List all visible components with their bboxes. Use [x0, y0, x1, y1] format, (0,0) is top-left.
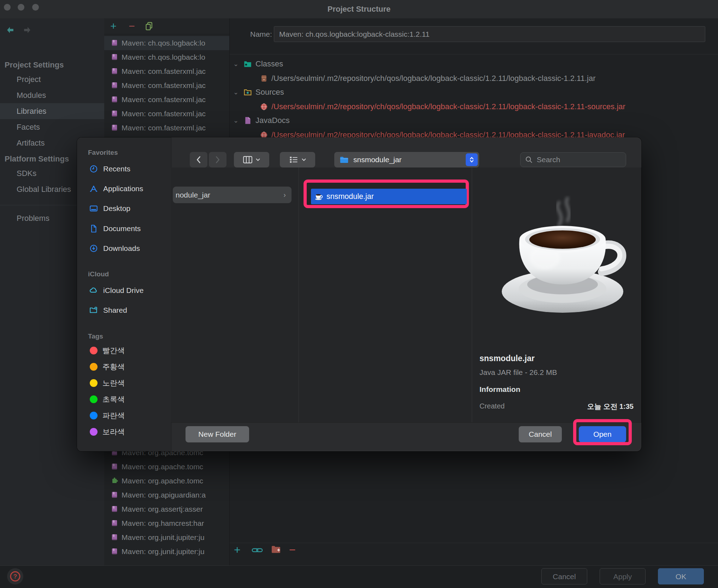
tag-color-dot: [90, 363, 98, 371]
coffee-file-icon: [314, 193, 323, 200]
library-name-input[interactable]: [274, 26, 705, 42]
library-book-icon: [110, 81, 119, 90]
tree-row-classes[interactable]: ⌄ Classes: [233, 59, 283, 69]
back-arrow-icon[interactable]: [6, 26, 15, 34]
cloud-icon: [89, 286, 98, 295]
tag-item[interactable]: 초록색: [86, 391, 167, 407]
sidebar-item-recents[interactable]: Recents: [86, 161, 167, 177]
dialog-back-button[interactable]: [190, 152, 207, 167]
tag-item[interactable]: 노란색: [86, 375, 167, 391]
library-item-label: Maven: com.fasterxml.jac: [122, 124, 206, 132]
ok-button[interactable]: OK: [658, 568, 704, 584]
tag-item[interactable]: 주황색: [86, 359, 167, 375]
attach-add-icon[interactable]: +: [234, 543, 241, 557]
new-folder-button[interactable]: New Folder: [186, 426, 249, 442]
library-item-label: Maven: ch.qos.logback:lo: [122, 39, 205, 47]
classes-folder-icon: [243, 60, 252, 68]
sidebar-nav-item[interactable]: Facets: [0, 119, 104, 135]
titlebar: Project Structure: [0, 0, 718, 19]
library-list-item[interactable]: Maven: org.junit.jupiter:ju: [104, 545, 229, 559]
library-list-item[interactable]: Maven: org.apache.tomc: [104, 460, 229, 474]
cancel-button[interactable]: Cancel: [541, 568, 587, 584]
library-list-item[interactable]: Maven: org.hamcrest:har: [104, 516, 229, 530]
library-list-item[interactable]: Maven: ch.qos.logback:lo: [104, 50, 229, 64]
library-item-label: Maven: ch.qos.logback:lo: [122, 53, 205, 61]
classes-path: /Users/seulmin/.m2/repository/ch/qos/log…: [271, 74, 595, 83]
chevron-down-icon[interactable]: ⌄: [233, 60, 239, 68]
attach-link-icon[interactable]: [252, 546, 263, 555]
preview-kind-size: Java JAR file - 26.2 MB: [479, 368, 557, 377]
sidebar-item-applications[interactable]: Applications: [86, 181, 167, 197]
sidebar-nav-item[interactable]: Libraries: [0, 103, 104, 119]
library-list-item[interactable]: Maven: com.fasterxml.jac: [104, 64, 229, 78]
tag-color-dot: [90, 428, 98, 436]
column-view-button[interactable]: [234, 152, 269, 167]
library-list-item[interactable]: Maven: com.fasterxml.jac: [104, 78, 229, 93]
copy-library-icon[interactable]: [145, 22, 154, 31]
tag-item[interactable]: 파란색: [86, 407, 167, 424]
dialog-forward-button[interactable]: [209, 152, 226, 167]
sidebar-nav-item[interactable]: Project: [0, 71, 104, 87]
library-list-item[interactable]: Maven: com.fasterxml.jac: [104, 93, 229, 107]
library-book-icon: [110, 95, 119, 104]
selected-file-row[interactable]: snsmodule.jar: [311, 189, 467, 204]
sidebar-item-desktop[interactable]: Desktop: [86, 200, 167, 217]
tag-item[interactable]: 빨간색: [86, 342, 167, 359]
file-open-dialog: Favorites Recents Applications Desktop: [77, 137, 641, 451]
dialog-bottom-divider: [171, 422, 641, 423]
dropdown-stepper-icon: [466, 153, 478, 166]
group-view-button[interactable]: [280, 152, 315, 167]
tree-row-sources-path[interactable]: /Users/seulmin/.m2/repository/ch/qos/log…: [260, 102, 625, 111]
group-view-icon: [289, 155, 299, 164]
sidebar-item-downloads[interactable]: Downloads: [86, 240, 167, 257]
sidebar-item-label: Desktop: [103, 204, 130, 213]
tag-item[interactable]: 보라색: [86, 424, 167, 440]
library-list-top: Maven: ch.qos.logback:lo Maven: ch.qos.l…: [104, 36, 229, 135]
nav-item-label: Artifacts: [17, 139, 45, 147]
sidebar-item-label: iCloud Drive: [103, 286, 143, 295]
forward-arrow-icon[interactable]: [23, 26, 32, 34]
sidebar-item-documents[interactable]: Documents: [86, 220, 167, 237]
sidebar-nav-item[interactable]: Modules: [0, 87, 104, 103]
library-list-item[interactable]: Maven: org.assertj:asser: [104, 502, 229, 516]
sidebar-item-label: Documents: [103, 224, 141, 233]
apply-button[interactable]: Apply: [600, 568, 646, 584]
parent-folder-row[interactable]: nodule_jar ›: [173, 187, 292, 203]
tree-row-javadocs[interactable]: ⌄ JavaDocs: [233, 116, 290, 125]
library-book-icon: [110, 491, 119, 499]
library-list-item[interactable]: Maven: org.junit.jupiter:ju: [104, 530, 229, 545]
folder-icon: [339, 155, 349, 164]
tree-row-sources[interactable]: ⌄ Sources: [233, 88, 284, 97]
attach-folder-add-icon[interactable]: [271, 544, 281, 555]
clock-icon: [89, 164, 98, 174]
project-settings-header: Project Settings: [5, 57, 64, 73]
preview-filename: snsmodule.jar: [479, 354, 535, 363]
library-list-item[interactable]: Maven: org.apiguardian:a: [104, 488, 229, 502]
library-list-item[interactable]: Maven: com.fasterxml.jac: [104, 121, 229, 135]
library-book-icon: [110, 53, 119, 61]
plugin-icon: [110, 477, 119, 485]
preview-created-value: 오늘 오전 1:35: [479, 402, 634, 411]
sidebar-item-shared[interactable]: Shared: [86, 302, 167, 318]
columns-view-icon: [243, 155, 253, 164]
chevron-right-icon: [214, 155, 221, 164]
remove-library-icon[interactable]: −: [125, 18, 139, 34]
chevron-down-icon[interactable]: ⌄: [233, 88, 239, 96]
tree-row-classes-path[interactable]: /Users/seulmin/.m2/repository/ch/qos/log…: [260, 74, 595, 83]
search-field[interactable]: [520, 152, 626, 167]
dialog-cancel-button[interactable]: Cancel: [519, 426, 562, 442]
help-button[interactable]: ?: [7, 568, 23, 584]
library-list-item[interactable]: Maven: org.apache.tomc: [104, 474, 229, 488]
column-divider: [472, 167, 472, 422]
chevron-down-icon[interactable]: ⌄: [233, 117, 239, 124]
sidebar-item-label: Downloads: [103, 244, 140, 253]
library-list-item[interactable]: Maven: ch.qos.logback:lo: [104, 36, 229, 50]
search-input[interactable]: [536, 155, 619, 164]
library-list-bottom: Maven: org.apache.tomc Maven: org.apache…: [104, 446, 229, 559]
sidebar-item-icloud-drive[interactable]: iCloud Drive: [86, 282, 167, 299]
location-dropdown[interactable]: snsmodule_jar: [334, 152, 479, 167]
attach-remove-icon[interactable]: −: [289, 543, 296, 557]
library-list-item[interactable]: Maven: com.fasterxml.jac: [104, 107, 229, 121]
add-library-icon[interactable]: +: [106, 18, 120, 34]
library-book-icon: [110, 110, 119, 118]
